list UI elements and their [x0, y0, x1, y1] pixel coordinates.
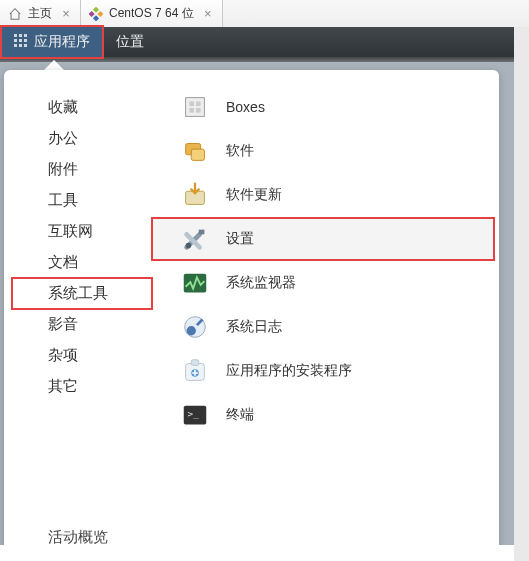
- tab-vm[interactable]: CentOS 7 64 位 ×: [81, 0, 223, 27]
- grid-icon: [14, 34, 28, 51]
- app-item-logs[interactable]: 系统日志: [152, 306, 494, 348]
- popup-arrow: [44, 60, 64, 70]
- close-icon[interactable]: ×: [58, 6, 74, 22]
- svg-rect-3: [93, 15, 99, 21]
- app-item-label: 系统监视器: [226, 274, 296, 292]
- tab-label: CentOS 7 64 位: [109, 5, 194, 22]
- svg-rect-11: [19, 44, 22, 47]
- applications-popup: 收藏办公附件工具互联网文档系统工具影音杂项其它 Boxes软件软件更新设置系统监…: [4, 60, 499, 561]
- app-item-label: 软件: [226, 142, 254, 160]
- monitor-icon: [180, 268, 210, 298]
- scrollbar[interactable]: [514, 27, 529, 561]
- category-label: 工具: [48, 191, 78, 208]
- svg-rect-1: [97, 10, 103, 16]
- svg-point-22: [186, 243, 192, 249]
- popup-panel: 收藏办公附件工具互联网文档系统工具影音杂项其它 Boxes软件软件更新设置系统监…: [4, 70, 499, 561]
- svg-rect-17: [196, 108, 201, 113]
- app-item-terminal[interactable]: >_终端: [152, 394, 494, 436]
- tab-label: 主页: [28, 5, 52, 22]
- category-4[interactable]: 互联网: [12, 216, 152, 247]
- update-icon: [180, 180, 210, 210]
- software-icon: [180, 136, 210, 166]
- category-6[interactable]: 系统工具: [12, 278, 152, 309]
- svg-rect-13: [186, 98, 205, 117]
- category-label: 办公: [48, 129, 78, 146]
- category-label: 文档: [48, 253, 78, 270]
- browser-tabs: 主页 × CentOS 7 64 位 ×: [0, 0, 529, 28]
- app-item-label: Boxes: [226, 99, 265, 115]
- close-icon[interactable]: ×: [200, 6, 216, 22]
- svg-rect-14: [189, 101, 194, 106]
- bottom-band: [0, 545, 514, 561]
- svg-rect-5: [19, 34, 22, 37]
- app-item-installer[interactable]: 应用程序的安装程序: [152, 350, 494, 392]
- svg-text:>_: >_: [188, 408, 200, 419]
- svg-rect-9: [24, 39, 27, 42]
- svg-rect-15: [196, 101, 201, 106]
- places-label: 位置: [116, 33, 144, 51]
- category-list: 收藏办公附件工具互联网文档系统工具影音杂项其它: [4, 70, 152, 561]
- tab-home[interactable]: 主页 ×: [0, 0, 81, 27]
- category-9[interactable]: 其它: [12, 371, 152, 402]
- category-5[interactable]: 文档: [12, 247, 152, 278]
- category-label: 附件: [48, 160, 78, 177]
- app-item-boxes[interactable]: Boxes: [152, 86, 494, 128]
- places-menu[interactable]: 位置: [104, 27, 156, 57]
- centos-icon: [89, 7, 103, 21]
- applications-label: 应用程序: [34, 33, 90, 51]
- svg-rect-8: [19, 39, 22, 42]
- svg-point-25: [187, 326, 196, 335]
- category-0[interactable]: 收藏: [12, 92, 152, 123]
- boxes-icon: [180, 92, 210, 122]
- app-item-update[interactable]: 软件更新: [152, 174, 494, 216]
- category-label: 系统工具: [48, 284, 108, 301]
- svg-rect-28: [191, 360, 199, 366]
- app-item-label: 设置: [226, 230, 254, 248]
- terminal-icon: >_: [180, 400, 210, 430]
- app-item-label: 软件更新: [226, 186, 282, 204]
- category-7[interactable]: 影音: [12, 309, 152, 340]
- category-label: 其它: [48, 377, 78, 394]
- app-item-monitor[interactable]: 系统监视器: [152, 262, 494, 304]
- svg-rect-16: [189, 108, 194, 113]
- category-8[interactable]: 杂项: [12, 340, 152, 371]
- category-2[interactable]: 附件: [12, 154, 152, 185]
- category-label: 杂项: [48, 346, 78, 363]
- svg-rect-2: [89, 10, 95, 16]
- svg-rect-19: [191, 149, 204, 160]
- category-1[interactable]: 办公: [12, 123, 152, 154]
- svg-rect-4: [14, 34, 17, 37]
- installer-icon: [180, 356, 210, 386]
- svg-rect-7: [14, 39, 17, 42]
- logs-icon: [180, 312, 210, 342]
- settings-icon: [180, 224, 210, 254]
- item-list: Boxes软件软件更新设置系统监视器系统日志应用程序的安装程序>_终端: [152, 70, 499, 561]
- app-item-label: 系统日志: [226, 318, 282, 336]
- category-label: 收藏: [48, 98, 78, 115]
- app-item-label: 应用程序的安装程序: [226, 362, 352, 380]
- svg-rect-6: [24, 34, 27, 37]
- category-label: 互联网: [48, 222, 93, 239]
- svg-rect-21: [199, 230, 205, 235]
- app-item-label: 终端: [226, 406, 254, 424]
- category-label: 影音: [48, 315, 78, 332]
- home-icon: [8, 7, 22, 21]
- svg-rect-0: [93, 7, 99, 13]
- category-3[interactable]: 工具: [12, 185, 152, 216]
- svg-rect-10: [14, 44, 17, 47]
- app-item-settings[interactable]: 设置: [152, 218, 494, 260]
- svg-rect-12: [24, 44, 27, 47]
- applications-menu[interactable]: 应用程序: [0, 25, 104, 59]
- gnome-topbar: 应用程序 位置: [0, 27, 514, 57]
- app-item-software[interactable]: 软件: [152, 130, 494, 172]
